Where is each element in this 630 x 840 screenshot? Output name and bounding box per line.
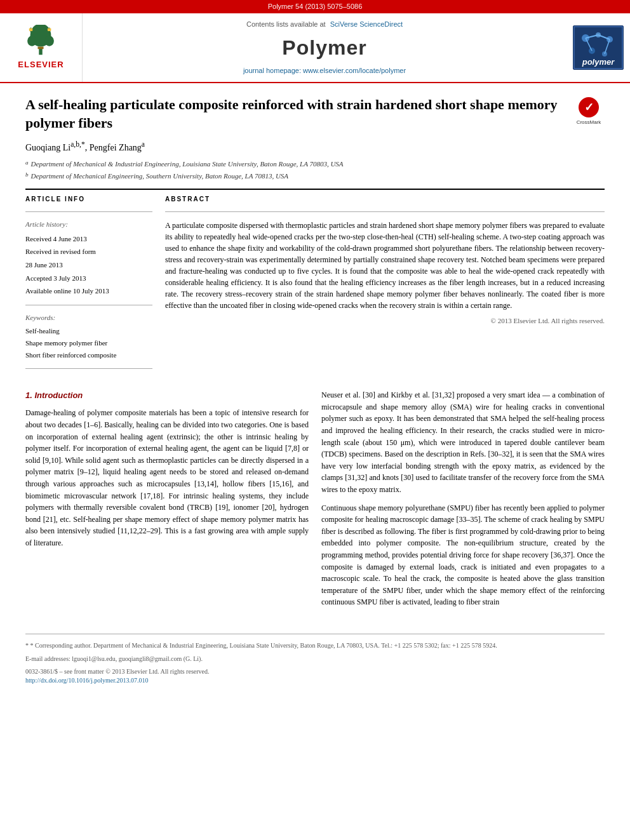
body-para-3: Continuous shape memory polyurethane (SM… — [321, 502, 605, 608]
journal-homepage-link[interactable]: journal homepage: www.elsevier.com/locat… — [243, 66, 406, 76]
copyright-line: © 2013 Elsevier Ltd. All rights reserved… — [165, 316, 605, 326]
footnote-email: E-mail addresses: lguoqi1@lsu.edu, guoqi… — [25, 654, 605, 663]
crossmark-icon: ✓ — [579, 97, 599, 117]
top-bar: Polymer 54 (2013) 5075–5086 — [0, 0, 630, 13]
date-4: Accepted 3 July 2013 — [25, 273, 152, 284]
affil1-text: Department of Mechanical & Industrial En… — [31, 159, 344, 170]
elsevier-logo-area: ELSEVIER — [0, 13, 83, 82]
abstract-top-divider — [165, 211, 605, 212]
affil-2: b Department of Mechanical Engineering, … — [25, 171, 605, 182]
polymer-logo-area: polymer — [566, 13, 630, 82]
main-content: A self-healing particulate composite rei… — [0, 83, 630, 698]
body-para-1: Damage-healing of polymer composite mate… — [25, 407, 309, 549]
footnote-text: * Corresponding author. Department of Me… — [30, 642, 497, 649]
body-para-2: Neuser et al. [30] and Kirkby et al. [31… — [321, 389, 605, 495]
journal-name-display: Polymer — [282, 34, 366, 62]
svg-text:polymer: polymer — [582, 57, 615, 67]
author1-sup: a,b,* — [70, 140, 85, 149]
info-divider — [25, 211, 152, 212]
body-col-left: 1. Introduction Damage-healing of polyme… — [25, 389, 309, 615]
footer-area: * * Corresponding author. Department of … — [25, 634, 605, 685]
keyword-2: Shape memory polymer fiber — [25, 337, 152, 349]
author2-sup: a — [142, 140, 145, 149]
date-5: Available online 10 July 2013 — [25, 286, 152, 297]
issn-line: 0032-3861/$ – see front matter © 2013 El… — [25, 667, 605, 676]
svg-point-3 — [45, 36, 55, 46]
abstract-header: ABSTRACT — [165, 195, 605, 204]
journal-header: ELSEVIER Contents lists available at Sci… — [0, 13, 630, 83]
sciverse-line: Contents lists available at SciVerse Sci… — [246, 20, 403, 29]
history-label: Article history: — [25, 220, 152, 229]
footnote-corresponding: * * Corresponding author. Department of … — [25, 641, 605, 650]
body-content: 1. Introduction Damage-healing of polyme… — [25, 389, 605, 615]
article-dates: Received 4 June 2013 Received in revised… — [25, 234, 152, 297]
polymer-logo-box: polymer — [573, 25, 624, 70]
svg-rect-4 — [38, 47, 44, 50]
affil1-sup: a — [25, 159, 29, 170]
section1-title: 1. Introduction — [25, 389, 309, 402]
elsevier-logo: ELSEVIER — [18, 25, 64, 70]
article-title: A self-healing particulate composite rei… — [25, 96, 605, 132]
journal-center: Contents lists available at SciVerse Sci… — [83, 13, 566, 82]
keywords-label: Keywords: — [25, 313, 152, 323]
affil2-text: Department of Mechanical Engineering, So… — [31, 171, 289, 182]
crossmark-label: CrossMark — [577, 119, 601, 126]
article-info-col: ARTICLE INFO Article history: Received 4… — [25, 195, 152, 377]
abstract-col: ABSTRACT A particulate composite dispers… — [165, 195, 605, 377]
doi-line[interactable]: http://dx.doi.org/10.1016/j.polymer.2013… — [25, 676, 605, 685]
date-3: 28 June 2013 — [25, 260, 152, 271]
body-two-col: 1. Introduction Damage-healing of polyme… — [25, 389, 605, 615]
crossmark-badge[interactable]: ✓ CrossMark — [573, 96, 605, 128]
sciverse-prefix: Contents lists available at — [246, 20, 326, 28]
affil2-sup: b — [25, 171, 29, 182]
svg-rect-8 — [48, 29, 51, 32]
keyword-1: Self-healing — [25, 325, 152, 337]
body-col-right: Neuser et al. [30] and Kirkby et al. [31… — [321, 389, 605, 615]
sciverse-link[interactable]: SciVerse ScienceDirect — [330, 20, 403, 28]
affiliations: a Department of Mechanical & Industrial … — [25, 159, 605, 181]
keyword-3: Short fiber reinforced composite — [25, 349, 152, 361]
svg-point-2 — [28, 36, 37, 46]
bottom-info-divider — [25, 368, 152, 369]
volume-info: Polymer 54 (2013) 5075–5086 — [268, 3, 363, 10]
elsevier-tree-icon — [22, 25, 60, 57]
elsevier-text-label: ELSEVIER — [18, 59, 64, 70]
date-2: Received in revised form — [25, 246, 152, 258]
polymer-logo-image: polymer — [573, 25, 624, 70]
info-abstract-section: ARTICLE INFO Article history: Received 4… — [25, 195, 605, 377]
article-info-header: ARTICLE INFO — [25, 195, 152, 204]
keywords-section: Keywords: Self-healing Shape memory poly… — [25, 313, 152, 361]
date-1: Received 4 June 2013 — [25, 234, 152, 245]
authors-line: Guoqiang Lia,b,*, Pengfei Zhanga — [25, 140, 605, 154]
abstract-text: A particulate composite dispersed with t… — [165, 220, 605, 311]
main-divider — [25, 189, 605, 190]
svg-rect-6 — [29, 29, 32, 32]
keywords-list: Self-healing Shape memory polymer fiber … — [25, 325, 152, 361]
affil-1: a Department of Mechanical & Industrial … — [25, 159, 605, 170]
footnote-star: * — [25, 642, 29, 649]
keywords-divider — [25, 305, 152, 305]
